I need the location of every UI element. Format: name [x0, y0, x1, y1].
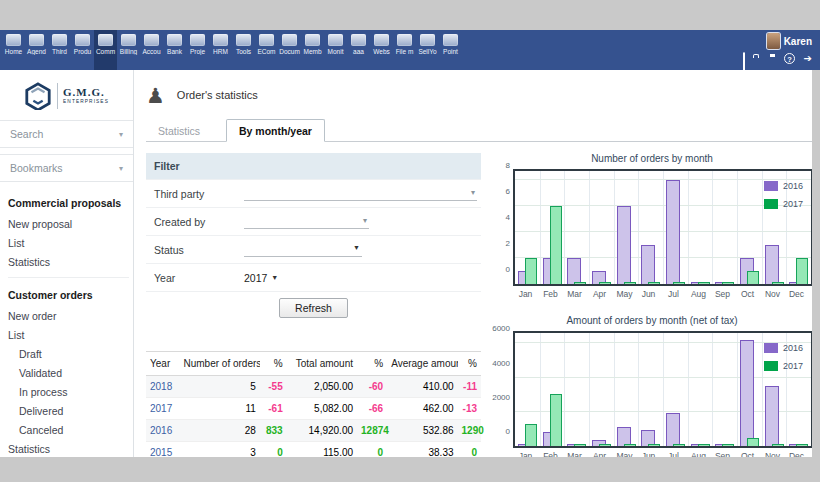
page-body: G.M.G. ENTERPRISES Search ▾ Bookmarks ▾ …	[0, 70, 812, 457]
point-of-sale-icon	[443, 34, 458, 46]
module-commerce[interactable]: Comm	[94, 30, 117, 70]
sidebar-item-statistics[interactable]: Statistics	[8, 439, 129, 457]
module-third-parties[interactable]: Third	[48, 30, 71, 70]
column-header[interactable]: %	[260, 352, 287, 376]
module-monitoring[interactable]: Monit	[324, 30, 347, 70]
printer-icon[interactable]	[767, 53, 779, 64]
chat-icon[interactable]	[733, 53, 745, 64]
sidebar-item-delivered[interactable]: Delivered	[8, 401, 129, 420]
column-header[interactable]: Total amount	[287, 352, 357, 376]
module-label: Docum	[278, 48, 301, 55]
bar-2017	[796, 444, 808, 446]
x-axis-tick: Sep	[710, 289, 735, 299]
bar-2017	[722, 444, 734, 446]
filter-row-created-by: Created by ▾	[146, 207, 481, 235]
dropdown-arrow-icon: ▼	[353, 244, 360, 251]
bar-2017	[574, 282, 586, 284]
sidebar-item-list[interactable]: List	[8, 233, 129, 252]
user-line[interactable]: Karen	[733, 33, 812, 49]
module-documents[interactable]: Docum	[278, 30, 301, 70]
module-point-of-sale[interactable]: Point	[439, 30, 462, 70]
home-icon	[6, 34, 21, 46]
year-cell[interactable]: 2016	[146, 420, 180, 442]
third-party-label: Third party	[154, 188, 244, 200]
x-axis-tick: Jan	[513, 289, 538, 299]
module-website[interactable]: Webs	[370, 30, 393, 70]
tabs-bar: Statistics By month/year	[146, 118, 812, 142]
y-axis-tick: 6000	[491, 324, 510, 333]
gridline	[614, 171, 615, 284]
chevron-down-icon: ▾	[119, 164, 123, 173]
module-aaa[interactable]: aaa	[347, 30, 370, 70]
legend-entry: 2016	[764, 181, 803, 191]
column-header[interactable]: %	[357, 352, 387, 376]
sidebar-item-canceled[interactable]: Canceled	[8, 420, 129, 439]
module-home[interactable]: Home	[2, 30, 25, 70]
user-avatar[interactable]	[767, 33, 780, 49]
column-header[interactable]: Number of orders	[180, 352, 260, 376]
year-cell[interactable]: 2017	[146, 398, 180, 420]
module-file-manager[interactable]: File m	[393, 30, 416, 70]
sidebar-item-in-process[interactable]: In process	[8, 382, 129, 401]
third-party-select[interactable]: ▾	[244, 186, 477, 201]
column-header[interactable]: Year	[146, 352, 180, 376]
refresh-button[interactable]: Refresh	[279, 298, 348, 318]
module-agenda[interactable]: Agend	[25, 30, 48, 70]
gift-icon[interactable]	[750, 53, 762, 64]
module-accounting[interactable]: Accou	[140, 30, 163, 70]
module-sellyoursaas[interactable]: SellYo	[416, 30, 439, 70]
menu-group-title: Commercial proposals	[8, 190, 129, 214]
table-body: 20185-552,050.00-60410.00-11201711-615,0…	[146, 376, 481, 458]
module-ecommerce[interactable]: ECom	[255, 30, 278, 70]
bar-2017	[673, 444, 685, 446]
sidebar-item-list[interactable]: List	[8, 325, 129, 344]
module-bank[interactable]: Bank	[163, 30, 186, 70]
gridline	[663, 333, 664, 446]
y-axis-tick: 0	[491, 427, 510, 436]
value-cell: 2,050.00	[287, 376, 357, 398]
module-label: HRM	[209, 48, 232, 55]
created-by-select[interactable]: ▾	[244, 214, 369, 229]
sidebar-search-section[interactable]: Search ▾	[0, 120, 133, 148]
help-icon[interactable]: ?	[784, 53, 795, 64]
chart-title: Amount of orders by month (net of tax)	[491, 315, 812, 326]
module-billing[interactable]: Billing	[117, 30, 140, 70]
tab-statistics[interactable]: Statistics	[146, 120, 212, 141]
gridline	[614, 333, 615, 446]
chart-orders-by-month: Number of orders by month0246820162017Ja…	[491, 153, 812, 301]
scrollbar-track[interactable]	[812, 70, 820, 457]
module-products[interactable]: Produ	[71, 30, 94, 70]
bar-2016	[567, 258, 581, 284]
bar-2017	[747, 438, 759, 446]
module-members[interactable]: Memb	[301, 30, 324, 70]
logout-icon[interactable]: ➔	[800, 53, 812, 64]
column-header[interactable]: %	[458, 352, 481, 376]
tab-by-month-year[interactable]: By month/year	[226, 119, 325, 142]
column-header[interactable]: Average amount	[387, 352, 457, 376]
sidebar-item-draft[interactable]: Draft	[8, 344, 129, 363]
value-cell: 410.00	[387, 376, 457, 398]
sidebar-item-validated[interactable]: Validated	[8, 363, 129, 382]
gridline	[564, 171, 565, 284]
sidebar-item-new-order[interactable]: New order	[8, 306, 129, 325]
plot-area: 020004000600020162017	[513, 331, 812, 448]
year-cell[interactable]: 2015	[146, 442, 180, 458]
status-select[interactable]: ▼	[244, 242, 362, 257]
module-hrm[interactable]: HRM	[209, 30, 232, 70]
value-cell: 1290	[458, 420, 481, 442]
sidebar-item-new-proposal[interactable]: New proposal	[8, 214, 129, 233]
module-projects[interactable]: Proje	[186, 30, 209, 70]
year-select[interactable]: 2017 ▼	[244, 272, 278, 284]
module-tools[interactable]: Tools	[232, 30, 255, 70]
x-axis-tick: Jun	[636, 451, 661, 457]
bookmarks-label: Bookmarks	[10, 162, 63, 174]
sidebar-item-statistics[interactable]: Statistics	[8, 252, 129, 271]
filter-row-third-party: Third party ▾	[146, 179, 481, 207]
y-axis-tick: 4	[491, 213, 510, 222]
user-name[interactable]: Karen	[784, 36, 812, 47]
filter-row-status: Status ▼	[146, 235, 481, 263]
x-axis-tick: Jul	[661, 451, 686, 457]
gridline	[638, 333, 639, 446]
year-cell[interactable]: 2018	[146, 376, 180, 398]
sidebar-bookmarks-section[interactable]: Bookmarks ▾	[0, 154, 133, 182]
